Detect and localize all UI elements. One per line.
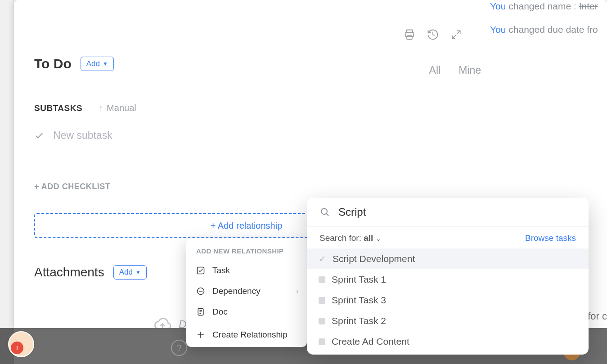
- relationship-menu-title: ADD NEW RELATIONSHIP: [186, 244, 307, 260]
- result-label: Sprint Task 1: [332, 274, 386, 285]
- menu-item-label: Dependency: [212, 286, 261, 296]
- search-result-item[interactable]: Sprint Task 1: [307, 269, 589, 290]
- search-result-item[interactable]: Sprint Task 2: [307, 311, 589, 331]
- caret-down-icon: ▼: [135, 269, 141, 275]
- panel-toolbar: [403, 28, 463, 41]
- doc-icon: [196, 307, 205, 316]
- search-row: [307, 198, 589, 227]
- status-dot-icon: [319, 276, 325, 283]
- search-result-item[interactable]: Sprint Task 3: [307, 290, 589, 311]
- result-label: Script Development: [333, 253, 415, 264]
- check-icon: ✓: [319, 253, 326, 264]
- print-icon[interactable]: [403, 28, 416, 41]
- alert-badge-text: !: [16, 345, 18, 351]
- relationship-menu-item-dependency[interactable]: Dependency ›: [186, 281, 307, 302]
- search-scope-value: all: [364, 233, 373, 243]
- menu-item-label: Task: [212, 266, 230, 275]
- status-add-button[interactable]: Add ▼: [81, 57, 114, 71]
- subtasks-sort-label: Manual: [107, 103, 136, 113]
- status-dot-icon: [319, 338, 325, 345]
- browse-tasks-link[interactable]: Browse tasks: [525, 233, 576, 243]
- subtasks-header: SUBTASKS ↑ Manual: [34, 103, 459, 113]
- activity-entry: You changed name : Inter: [490, 1, 607, 12]
- activity-entry: You changed due date fro: [490, 24, 607, 35]
- left-sidebar-strip: [0, 0, 14, 364]
- expand-icon[interactable]: [450, 28, 463, 41]
- svg-point-12: [321, 209, 327, 214]
- activity-user: You: [490, 24, 506, 35]
- result-label: Sprint Task 2: [332, 315, 386, 326]
- attachments-add-button[interactable]: Add ▼: [113, 265, 147, 280]
- caret-down-icon: ▼: [103, 61, 108, 67]
- status-dot-icon: [319, 297, 325, 304]
- relationship-menu-item-doc[interactable]: Doc: [186, 302, 307, 322]
- upload-cloud-icon: [153, 315, 171, 328]
- activity-old-value: Inter: [579, 1, 598, 11]
- tab-mine[interactable]: Mine: [459, 64, 481, 76]
- arrow-up-icon: ↑: [99, 103, 103, 113]
- search-icon: [319, 207, 330, 218]
- status-add-label: Add: [86, 59, 100, 68]
- new-subtask-input[interactable]: [53, 129, 233, 142]
- search-scope[interactable]: Search for: all ⌄: [319, 233, 381, 243]
- history-icon[interactable]: [426, 28, 440, 41]
- dependency-icon: [196, 287, 205, 296]
- status-title: To Do: [34, 56, 72, 71]
- status-header: To Do Add ▼: [34, 56, 459, 71]
- svg-rect-2: [407, 36, 412, 39]
- add-checklist-button[interactable]: + ADD CHECKLIST: [34, 182, 459, 191]
- chevron-right-icon: ›: [296, 287, 299, 296]
- partial-text-right: for c: [588, 311, 607, 322]
- task-search-popover: Search for: all ⌄ Browse tasks ✓ Script …: [307, 198, 589, 355]
- subtasks-label: SUBTASKS: [34, 103, 82, 113]
- search-results: ✓ Script Development Sprint Task 1 Sprin…: [307, 248, 589, 355]
- menu-item-label: Doc: [212, 307, 228, 317]
- plus-icon: [196, 330, 205, 339]
- alert-badge[interactable]: !: [11, 342, 23, 354]
- activity-text: changed name :: [508, 1, 579, 11]
- create-relationship-label: Create Relationship: [212, 330, 288, 340]
- activity-feed: You changed name : Inter You changed due…: [490, 0, 607, 48]
- search-result-item[interactable]: Create Ad Content: [307, 331, 589, 352]
- status-dot-icon: [319, 318, 325, 324]
- task-icon: [196, 266, 205, 275]
- search-filter-row: Search for: all ⌄ Browse tasks: [307, 227, 589, 248]
- check-icon: [34, 131, 44, 141]
- new-subtask-row[interactable]: [34, 129, 459, 142]
- add-relationship-label: + Add relationship: [211, 221, 283, 231]
- search-scope-label: Search for:: [319, 233, 361, 243]
- activity-text: changed due date fro: [508, 24, 598, 35]
- svg-line-13: [326, 213, 328, 216]
- attachments-add-label: Add: [119, 268, 133, 277]
- relationship-menu: ADD NEW RELATIONSHIP Task Dependency › D…: [186, 238, 307, 347]
- search-result-item[interactable]: ✓ Script Development: [307, 249, 589, 269]
- tab-all[interactable]: All: [429, 64, 441, 76]
- subtasks-sort-button[interactable]: ↑ Manual: [99, 103, 136, 113]
- create-relationship-button[interactable]: Create Relationship: [186, 323, 307, 342]
- activity-user: You: [490, 1, 506, 11]
- result-label: Create Ad Content: [332, 336, 409, 347]
- help-icon[interactable]: ?: [171, 340, 187, 356]
- task-search-input[interactable]: [338, 206, 576, 218]
- result-label: Sprint Task 3: [332, 295, 386, 306]
- activity-tabs: All Mine: [429, 64, 481, 76]
- chevron-down-icon: ⌄: [376, 235, 381, 242]
- attachments-title: Attachments: [34, 265, 104, 280]
- relationship-menu-item-task[interactable]: Task: [186, 260, 307, 281]
